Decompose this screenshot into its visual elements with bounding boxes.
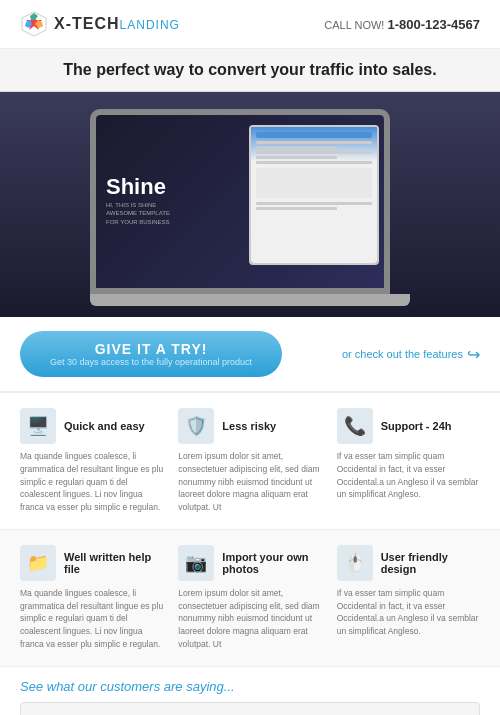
feature-title-quick: Quick and easy xyxy=(64,420,145,432)
feature-text-ux: If va esser tam simplic quam Occidental … xyxy=(337,587,480,638)
try-button[interactable]: GIVE IT A TRY! Get 30 days access to the… xyxy=(20,331,282,377)
logo-icon xyxy=(20,10,48,38)
call-now-section: CALL NOW! 1-800-123-4567 xyxy=(324,17,480,32)
feature-text-support: If va esser tam simplic quam Occidental … xyxy=(337,450,480,501)
feature-title-risky: Less risky xyxy=(222,420,276,432)
tagline: The perfect way to convert your traffic … xyxy=(0,49,500,92)
feature-text-risky: Lorem ipsum dolor sit amet, consectetuer… xyxy=(178,450,321,514)
logo[interactable]: X-TECHLANDING xyxy=(20,10,180,38)
feature-support: 📞 Support - 24h If va esser tam simplic … xyxy=(337,408,480,514)
laptop-screen: Shine HI, THIS IS SHINEAWESOME TEMPLATEF… xyxy=(96,115,384,288)
cta-section: GIVE IT A TRY! Get 30 days access to the… xyxy=(0,317,500,391)
feature-title-ux: User friendly design xyxy=(381,551,480,575)
laptop-mockup: Shine HI, THIS IS SHINEAWESOME TEMPLATEF… xyxy=(90,109,390,294)
shine-label: Shine xyxy=(106,176,166,198)
feature-title-help: Well written help file xyxy=(64,551,163,575)
feature-icon-folder: 📁 xyxy=(20,545,56,581)
feature-icon-phone: 📞 xyxy=(337,408,373,444)
feature-user-friendly: 🖱️ User friendly design If va esser tam … xyxy=(337,545,480,651)
features-grid-row1: 🖥️ Quick and easy Ma quande lingues coal… xyxy=(0,392,500,529)
device-mockup: APP Shine HI, THIS IS SHINEAWESOME TEMPL… xyxy=(90,107,410,307)
page-header: X-TECHLANDING CALL NOW! 1-800-123-4567 xyxy=(0,0,500,49)
features-grid-row2: 📁 Well written help file Ma quande lingu… xyxy=(0,529,500,666)
feature-text-photos: Lorem ipsum dolor sit amet, consectetuer… xyxy=(178,587,321,651)
feature-import-photos: 📷 Import your own photos Lorem ipsum dol… xyxy=(178,545,321,651)
arrow-right-icon: ↪ xyxy=(467,345,480,364)
shine-sublabel: HI, THIS IS SHINEAWESOME TEMPLATEFOR YOU… xyxy=(106,201,170,226)
feature-quick-easy: 🖥️ Quick and easy Ma quande lingues coal… xyxy=(20,408,163,514)
feature-less-risky: 🛡️ Less risky Lorem ipsum dolor sit amet… xyxy=(178,408,321,514)
feature-help-file: 📁 Well written help file Ma quande lingu… xyxy=(20,545,163,651)
feature-icon-shield: 🛡️ xyxy=(178,408,214,444)
testimonials-header: See what our customers are saying... xyxy=(20,679,480,694)
inner-screen-mockup xyxy=(249,125,379,265)
testimonial-box: Lorem ipsum dolor sit amet, consectetuer… xyxy=(20,702,480,716)
feature-icon-monitor: 🖥️ xyxy=(20,408,56,444)
check-features-link[interactable]: or check out the features ↪ xyxy=(342,345,480,364)
hero-section: APP Shine HI, THIS IS SHINEAWESOME TEMPL… xyxy=(0,92,500,317)
svg-marker-2 xyxy=(30,13,38,20)
feature-icon-mouse: 🖱️ xyxy=(337,545,373,581)
logo-text: X-TECHLANDING xyxy=(54,15,180,32)
feature-text-help: Ma quande lingues coalesce, li grammatic… xyxy=(20,587,163,651)
testimonials-section: See what our customers are saying... Lor… xyxy=(0,666,500,716)
feature-title-support: Support - 24h xyxy=(381,420,452,432)
feature-text-quick: Ma quande lingues coalesce, li grammatic… xyxy=(20,450,163,514)
feature-title-photos: Import your own photos xyxy=(222,551,321,575)
laptop-base xyxy=(90,294,410,306)
feature-icon-camera: 📷 xyxy=(178,545,214,581)
